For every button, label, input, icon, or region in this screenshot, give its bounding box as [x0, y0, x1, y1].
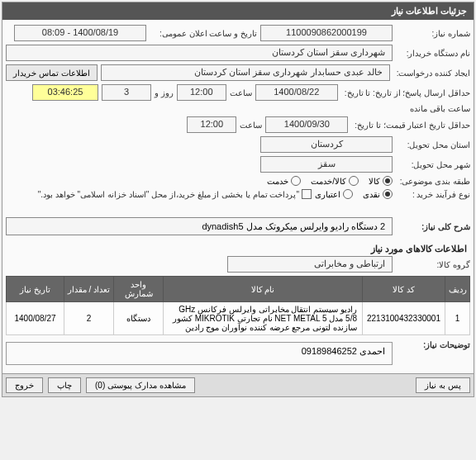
radio-goods-service[interactable]: کالا/خدمت [311, 176, 359, 186]
category-label: طبقه بندی موضوعی: [396, 177, 470, 186]
cell-qty: 2 [64, 302, 114, 335]
cell-unit: دستگاه [114, 302, 164, 335]
cell-idx: 1 [445, 302, 470, 335]
th-row: ردیف [445, 277, 470, 302]
table-row[interactable]: 1 2213100432330001 رادیو سیستم انتقال مخ… [7, 302, 470, 335]
validity-time: 12:00 [187, 116, 236, 133]
radio-icon [349, 176, 359, 186]
items-table: ردیف کد کالا نام کالا واحد شمارش تعداد /… [6, 276, 470, 335]
validity-label: حداقل تاریخ اعتبار قیمت؛ تا تاریخ: [351, 121, 470, 130]
close-button[interactable]: خروج [6, 377, 43, 393]
deadline-date: 1400/08/22 [255, 84, 338, 101]
announce-value: 1400/08/19 - 08:09 [14, 25, 146, 41]
deadline-suffix: روز و [155, 88, 174, 97]
th-date: تاریخ نیاز [7, 277, 64, 302]
row-deadline: حداقل ارسال پاسخ؛ از تاریخ: تا تاریخ: 14… [6, 84, 470, 113]
group-value: ارتباطی و مخابراتی [227, 256, 393, 273]
radio-icon [343, 189, 353, 199]
deadline-label: حداقل ارسال پاسخ؛ از تاریخ: تا تاریخ: [341, 88, 470, 97]
deadline-days: 3 [102, 84, 151, 101]
radio-icon [383, 176, 393, 186]
attachments-button[interactable]: مشاهده مدارک پیوستی (0) [86, 377, 195, 393]
th-name: نام کالا [164, 277, 363, 302]
row-city: شهر محل تحویل: سقز [6, 156, 470, 173]
city-value: سقز [260, 156, 393, 173]
requester-label: ایجاد کننده درخواست: [393, 69, 470, 78]
row-need-number: شماره نیاز: 1100090862000199 تاریخ و ساع… [6, 25, 470, 41]
table-header-row: ردیف کد کالا نام کالا واحد شمارش تعداد /… [7, 277, 470, 302]
row-province: استان محل تحویل: کردستان [6, 136, 470, 153]
cell-date: 1400/08/27 [7, 302, 64, 335]
cell-code: 2213100432330001 [363, 302, 445, 335]
radio-cash[interactable]: نقدی [363, 189, 393, 199]
radio-credit[interactable]: اعتباری [315, 189, 353, 199]
th-unit: واحد شمارش [114, 277, 164, 302]
buyer-value: شهرداری سقز استان کردستان [6, 45, 393, 61]
notes-label: توضیحات نیاز: [396, 340, 470, 349]
process-label: نوع فرآیند خرید : [396, 190, 470, 199]
need-number-label: شماره نیاز: [396, 29, 470, 38]
city-label: شهر محل تحویل: [396, 160, 470, 169]
time-label-2: ساعت [240, 121, 262, 130]
remaining-time: 03:46:25 [32, 84, 98, 101]
validity-date: 1400/09/30 [265, 116, 348, 133]
radio-icon [383, 189, 393, 199]
row-validity: حداقل تاریخ اعتبار قیمت؛ تا تاریخ: 1400/… [6, 116, 470, 133]
process-radios: نقدی اعتباری [315, 189, 393, 199]
announce-label: تاریخ و ساعت اعلان عمومی: [150, 29, 257, 38]
description-input[interactable] [6, 217, 393, 235]
category-radios: کالا کالا/خدمت خدمت [267, 176, 393, 186]
form-area: شماره نیاز: 1100090862000199 تاریخ و ساع… [2, 20, 474, 373]
contact-buyer-button[interactable]: اطلاعات تماس خریدار [6, 64, 98, 81]
remaining-label: ساعت باقی مانده [410, 104, 470, 113]
credit-note-check: "پرداخت تمام یا بخشی از مبلغ خرید،از محل… [38, 189, 312, 199]
province-label: استان محل تحویل: [396, 140, 470, 149]
deadline-time: 12:00 [177, 84, 226, 101]
need-number-value: 1100090862000199 [260, 25, 393, 41]
panel-title: جزئیات اطلاعات نیاز [2, 2, 474, 20]
notes-area[interactable]: احمدی 09189846252 [6, 342, 393, 365]
row-buyer: نام دستگاه خریدار: شهرداری سقز استان کرد… [6, 45, 470, 61]
details-panel: جزئیات اطلاعات نیاز شماره نیاز: 11000908… [2, 2, 474, 397]
group-label: گروه کالا: [396, 260, 470, 269]
radio-service[interactable]: خدمت [267, 176, 301, 186]
row-category: طبقه بندی موضوعی: کالا کالا/خدمت خدمت [6, 176, 470, 186]
row-process: نوع فرآیند خرید : نقدی اعتباری "پرداخت ت… [6, 189, 470, 199]
footer-bar: پس به نیاز مشاهده مدارک پیوستی (0) چاپ خ… [2, 373, 474, 396]
radio-goods[interactable]: کالا [369, 176, 393, 186]
row-requester: ایجاد کننده درخواست: خالد عبدی حسابدار ش… [6, 64, 470, 81]
items-section-title: اطلاعات کالاهای مورد نیاز [6, 239, 470, 256]
th-qty: تعداد / مقدار [64, 277, 114, 302]
row-notes: توضیحات نیاز: احمدی 09189846252 [6, 340, 470, 365]
buyer-label: نام دستگاه خریدار: [396, 49, 470, 58]
desc-label: شرح کلی نیاز: [396, 222, 470, 231]
checkbox-icon [302, 189, 312, 199]
province-value: کردستان [260, 136, 393, 153]
print-button[interactable]: چاپ [48, 377, 81, 393]
time-label-1: ساعت [230, 88, 252, 97]
row-group: گروه کالا: ارتباطی و مخابراتی [6, 256, 470, 273]
requester-value: خالد عبدی حسابدار شهرداری سقز استان کردس… [101, 64, 390, 81]
row-description: شرح کلی نیاز: [6, 217, 470, 235]
radio-icon [291, 176, 301, 186]
back-button[interactable]: پس به نیاز [416, 377, 470, 393]
cell-name: رادیو سیستم انتقال مخابراتی وایرلس فرکان… [164, 302, 363, 335]
th-code: کد کالا [363, 277, 445, 302]
